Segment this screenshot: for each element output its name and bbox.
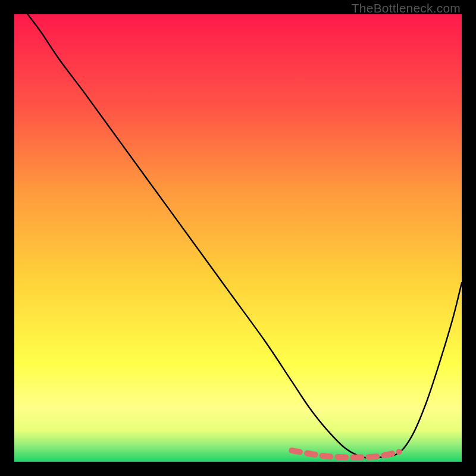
watermark-text: TheBottleneck.com: [352, 1, 461, 15]
chart-frame: [14, 14, 462, 462]
bottleneck-chart: [14, 14, 462, 462]
chart-background-gradient: [14, 14, 462, 462]
